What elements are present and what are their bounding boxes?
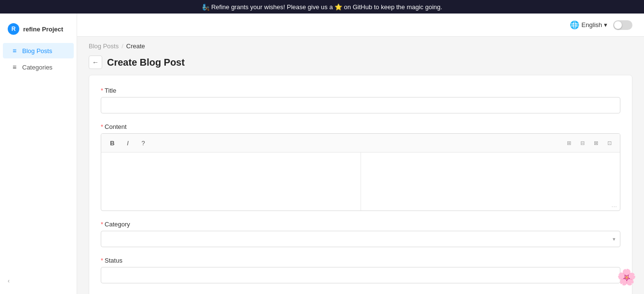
header-bar: 🌐 English ▾ <box>77 14 644 37</box>
logo-text: refine Project <box>23 26 63 33</box>
top-banner: 🧞 Refine grants your wishes! Please give… <box>0 0 644 14</box>
title-input[interactable] <box>101 97 620 113</box>
category-label-text: Category <box>105 221 130 228</box>
sidebar: R refine Project ≡ Blog Posts ≡ Categori… <box>0 14 77 294</box>
status-required-star: * <box>101 257 103 264</box>
breadcrumb-create: Create <box>126 42 145 50</box>
sidebar-item-categories[interactable]: ≡ Categories <box>3 59 74 75</box>
logo-icon: R <box>8 23 19 35</box>
categories-icon: ≡ <box>11 63 18 71</box>
blog-posts-icon: ≡ <box>11 47 18 55</box>
page-title-bar: ← Create Blog Post <box>77 54 644 75</box>
content-label: * Content <box>101 123 620 130</box>
content-editor: B I ? ⊞ ⊟ ⊠ ⊡ <box>101 133 620 211</box>
status-input[interactable] <box>101 267 620 283</box>
bold-button[interactable]: B <box>106 137 119 149</box>
language-label: English <box>581 21 602 28</box>
category-required-star: * <box>101 221 103 228</box>
title-label-text: Title <box>105 87 116 94</box>
language-flag: 🌐 <box>570 20 579 29</box>
banner-text: 🧞 Refine grants your wishes! Please give… <box>202 3 443 11</box>
back-button[interactable]: ← <box>89 56 102 69</box>
sidebar-collapse-button[interactable]: ‹ <box>0 274 77 288</box>
category-field: * Category ▾ <box>101 221 620 247</box>
view-edit-only-button[interactable]: ⊟ <box>577 137 588 149</box>
content-area: 🌐 English ▾ Blog Posts / Create ← Create <box>77 14 644 294</box>
sidebar-nav: ≡ Blog Posts ≡ Categories <box>0 42 77 75</box>
view-preview-only-button[interactable]: ⊠ <box>590 137 602 149</box>
back-arrow-icon: ← <box>92 58 99 66</box>
content-field: * Content B I ? ⊞ ⊟ <box>101 123 620 211</box>
title-required-star: * <box>101 87 103 94</box>
sidebar-item-label: Blog Posts <box>22 47 52 55</box>
editor-toolbar-left: B I ? <box>106 137 149 149</box>
help-button[interactable]: ? <box>137 137 149 149</box>
status-field: * Status <box>101 257 620 283</box>
title-field: * Title <box>101 87 620 113</box>
sidebar-item-label: Categories <box>22 64 53 71</box>
category-label: * Category <box>101 221 620 228</box>
view-side-by-side-button[interactable]: ⊞ <box>563 137 575 149</box>
editor-edit-pane <box>101 153 361 210</box>
title-label: * Title <box>101 87 620 94</box>
page-title: Create Blog Post <box>107 57 185 68</box>
form-card: * Title * Content B I <box>89 75 632 294</box>
view-fullscreen-button[interactable]: ⊡ <box>604 137 615 149</box>
main-content: Blog Posts / Create ← Create Blog Post *… <box>77 37 644 294</box>
chevron-down-icon: ▾ <box>604 21 607 28</box>
content-label-text: Content <box>105 123 127 130</box>
content-required-star: * <box>101 123 103 130</box>
sidebar-logo: R refine Project <box>0 19 77 42</box>
status-label: * Status <box>101 257 620 264</box>
breadcrumb: Blog Posts / Create <box>77 37 644 54</box>
editor-resize-dots: ... <box>611 201 617 209</box>
breadcrumb-separator: / <box>121 42 123 50</box>
language-selector[interactable]: 🌐 English ▾ <box>570 20 607 29</box>
sidebar-item-blog-posts[interactable]: ≡ Blog Posts <box>3 43 74 58</box>
editor-toolbar: B I ? ⊞ ⊟ ⊠ ⊡ <box>101 134 620 153</box>
app-layout: R refine Project ≡ Blog Posts ≡ Categori… <box>0 14 644 294</box>
status-label-text: Status <box>105 257 122 264</box>
editor-textarea[interactable] <box>105 156 357 207</box>
floating-flower-icon[interactable]: 🌸 <box>617 268 636 286</box>
editor-preview-pane: ... <box>361 153 620 210</box>
italic-button[interactable]: I <box>121 137 134 149</box>
toggle-knob <box>614 21 622 29</box>
category-select-wrapper: ▾ <box>101 231 620 247</box>
category-select[interactable] <box>101 231 620 247</box>
dark-mode-toggle[interactable] <box>613 20 632 30</box>
breadcrumb-blog-posts[interactable]: Blog Posts <box>89 42 119 50</box>
editor-body: ... <box>101 153 620 210</box>
editor-toolbar-right: ⊞ ⊟ ⊠ ⊡ <box>563 137 615 149</box>
